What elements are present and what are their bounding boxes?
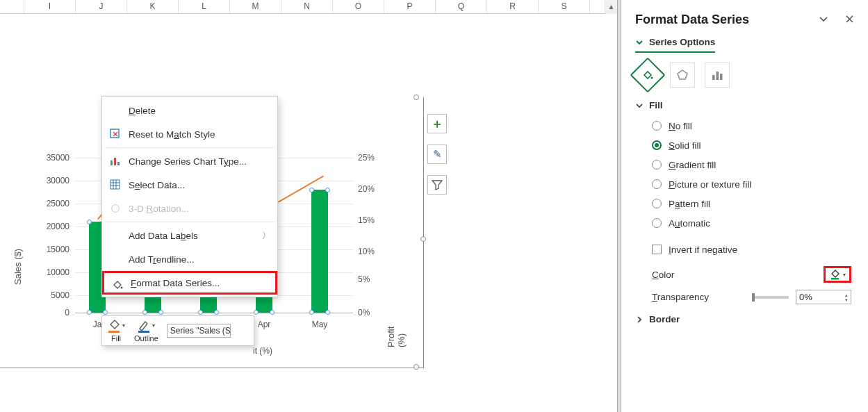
mini-series-value: Series "Sales (S [170, 326, 231, 336]
chart-filters-button[interactable] [427, 175, 447, 195]
radio-no-fill[interactable]: No fill [652, 116, 854, 135]
paint-bucket-icon [641, 68, 655, 82]
svg-rect-1 [110, 160, 113, 165]
fill-section-toggle[interactable]: Fill [635, 100, 854, 110]
col-header[interactable]: M [230, 0, 281, 13]
selection-handle-icon[interactable] [309, 310, 314, 315]
check-invert-negative[interactable]: Invert if negative [652, 240, 854, 259]
ctx-label: Format Data Series... [131, 278, 220, 288]
radio-icon [652, 218, 662, 228]
selection-handle-icon[interactable] [254, 310, 259, 315]
format-data-series-pane: Format Data Series Series Options Fill [621, 0, 868, 412]
svg-point-14 [651, 77, 653, 79]
legend-fragment: it (%) [253, 346, 272, 356]
selection-handle-icon[interactable] [309, 188, 314, 192]
col-header[interactable]: O [333, 0, 384, 13]
series-options-tab[interactable]: Series Options [635, 37, 715, 53]
chart-resize-handle[interactable] [420, 236, 426, 242]
radio-picture-fill[interactable]: Picture or texture fill [652, 174, 854, 194]
selection-handle-icon[interactable] [87, 310, 92, 315]
selection-handle-icon[interactable] [214, 310, 219, 315]
radio-label: No fill [669, 121, 692, 131]
y2-axis-title: Profit (%) [386, 310, 407, 347]
ctx-delete[interactable]: Delete [102, 99, 277, 122]
chevron-down-icon [635, 38, 644, 47]
scroll-up-arrow[interactable]: ▲ [605, 0, 617, 14]
col-header[interactable]: Q [436, 0, 487, 13]
spinner-icon[interactable]: ▴▾ [845, 292, 848, 302]
radio-label: Picture or texture fill [669, 179, 751, 190]
y-tick: 0 [38, 308, 69, 318]
ctx-reset-match-style[interactable]: Reset to Match Style [102, 122, 277, 146]
bar-chart-icon [710, 68, 724, 82]
mini-series-dropdown[interactable]: Series "Sales (S ▾ [167, 324, 231, 338]
effects-tab-button[interactable] [670, 63, 695, 88]
plus-icon: ＋ [431, 115, 443, 132]
selection-handle-icon[interactable] [103, 310, 108, 315]
radio-label: Solid fill [669, 140, 701, 151]
mini-fill-button[interactable]: ▾ Fill [106, 319, 126, 343]
col-header[interactable]: K [127, 0, 179, 13]
chart-resize-handle[interactable] [413, 364, 419, 370]
transparency-slider[interactable] [754, 296, 789, 299]
mini-outline-button[interactable]: ▾ Outline [134, 319, 158, 343]
series-options-tab-button[interactable] [705, 63, 730, 88]
ctx-label: Reset to Match Style [129, 129, 215, 140]
selection-handle-icon[interactable] [142, 310, 147, 315]
radio-icon [652, 160, 662, 170]
selection-handle-icon[interactable] [325, 188, 330, 192]
chevron-down-icon [635, 101, 644, 110]
col-header[interactable]: R [487, 0, 539, 13]
pane-title: Format Data Series [635, 13, 749, 27]
col-header[interactable]: J [76, 0, 127, 13]
brush-icon: ✎ [433, 148, 442, 160]
chart-resize-handle[interactable] [413, 94, 419, 100]
fill-icon: ▾ [106, 319, 126, 334]
svg-rect-3 [117, 162, 120, 165]
y-tick: 5000 [38, 290, 69, 300]
selection-handle-icon[interactable] [198, 310, 203, 315]
ctx-select-data[interactable]: Select Data... [102, 173, 277, 197]
radio-solid-fill[interactable]: Solid fill [652, 135, 854, 155]
radio-label: Pattern fill [669, 199, 710, 209]
bar-may[interactable] [311, 190, 328, 313]
selection-handle-icon[interactable] [158, 310, 163, 315]
col-header[interactable]: I [24, 0, 76, 13]
selection-handle-icon[interactable] [87, 220, 92, 224]
ctx-label: Add Trendline... [129, 254, 195, 265]
chevron-down-icon: ▾ [843, 272, 846, 278]
radio-automatic-fill[interactable]: Automatic [652, 213, 854, 233]
pane-close-button[interactable] [845, 15, 854, 26]
outline-icon: ▾ [136, 319, 156, 334]
svg-rect-2 [114, 158, 116, 165]
ctx-label: Delete [129, 106, 156, 116]
ctx-format-data-series[interactable]: Format Data Series... [102, 271, 277, 295]
ctx-add-data-labels[interactable]: Add Data Labels 〉 [102, 224, 277, 247]
color-label: Color [652, 270, 674, 280]
y2-tick: 10% [358, 247, 386, 256]
y2-tick: 25% [358, 153, 386, 163]
chevron-right-icon: 〉 [262, 230, 270, 242]
chart-styles-button[interactable]: ✎ [427, 145, 447, 164]
selection-handle-icon[interactable] [325, 310, 330, 315]
fill-line-tab-button[interactable] [630, 58, 666, 93]
filter-icon [432, 179, 443, 190]
chart-elements-button[interactable]: ＋ [427, 114, 447, 133]
border-section-toggle[interactable]: Border [635, 314, 854, 324]
col-header[interactable]: P [384, 0, 436, 13]
svg-text:▾: ▾ [122, 322, 125, 329]
col-header[interactable]: N [281, 0, 333, 13]
transparency-input[interactable]: 0% ▴▾ [796, 290, 851, 304]
pane-collapse-button[interactable] [819, 15, 831, 26]
col-header[interactable]: S [539, 0, 590, 13]
selection-handle-icon[interactable] [270, 310, 275, 315]
radio-pattern-fill[interactable]: Pattern fill [652, 194, 854, 213]
transparency-label: Transparency [652, 292, 709, 302]
fill-color-button[interactable]: ▾ [824, 266, 851, 283]
y-tick: 15000 [38, 245, 69, 254]
ctx-add-trendline[interactable]: Add Trendline... [102, 247, 277, 271]
ctx-change-chart-type[interactable]: Change Series Chart Type... [102, 149, 277, 173]
col-header[interactable]: L [179, 0, 230, 13]
radio-gradient-fill[interactable]: Gradient fill [652, 155, 854, 174]
svg-rect-18 [831, 278, 839, 280]
